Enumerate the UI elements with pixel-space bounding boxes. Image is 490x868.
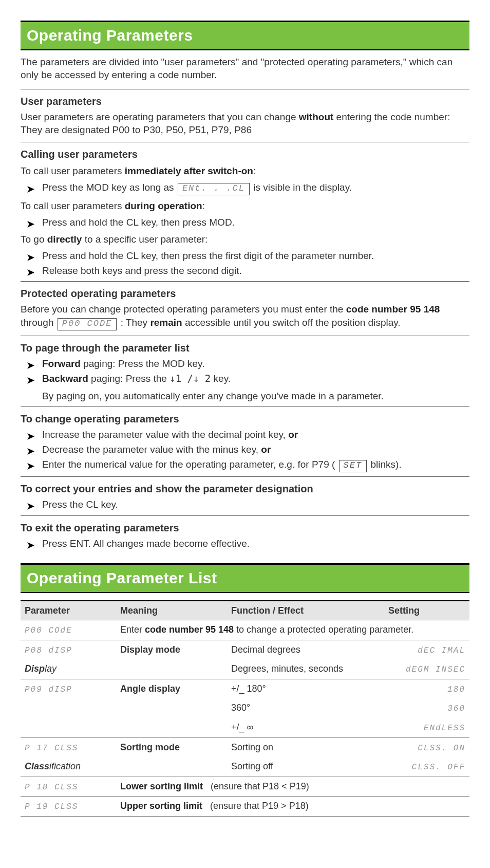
row-p19: P 19 CLSS Upper sorting limit (ensure th… xyxy=(21,797,469,817)
protected-b: through xyxy=(21,317,56,328)
change-or-2: or xyxy=(261,444,271,455)
calling-bullet-4: ➤ Release both keys and press the second… xyxy=(21,264,469,278)
p09-r2-f: 360° xyxy=(227,698,384,718)
rule-under-header-2 xyxy=(21,592,469,593)
seg-p08-r2-s: dEGM INSEC xyxy=(406,665,465,674)
section-protected-body: Before you can change protected operatin… xyxy=(21,303,469,330)
bullet-arrow-icon: ➤ xyxy=(27,500,34,512)
lcd-set: SET xyxy=(339,460,367,472)
seg-p00: P00 COdE xyxy=(25,626,72,635)
rule-under-header xyxy=(21,49,469,50)
calling-bullet-1: ➤ Press the MOD key as long as ENt. . .C… xyxy=(21,181,469,195)
calling-bullet-3: ➤ Press and hold the CL key, then press … xyxy=(21,249,469,263)
divider xyxy=(21,407,469,407)
p00-a: Enter xyxy=(120,624,145,635)
row-p00: P00 COdE Enter code number 95 148 to cha… xyxy=(21,620,469,640)
seg-p17-r1-s: CLSS. ON xyxy=(418,744,465,753)
row-p09-2: 360° 360 xyxy=(21,698,469,718)
calling-b4: Release both keys and press the second d… xyxy=(42,265,242,276)
p17-sub-b: Class xyxy=(25,761,49,771)
calling-line3: To go directly to a specific user parame… xyxy=(21,233,469,246)
calling-b1-a: Press the MOD key as long as xyxy=(42,182,177,193)
row-p09-3: +/_ ∞ ENdLESS xyxy=(21,718,469,737)
key-down-1-2: ↓1 /↓ 2 xyxy=(169,373,211,384)
divider xyxy=(21,281,469,282)
p00-b: code number 95 148 xyxy=(145,624,234,635)
section-protected-title: Protected operating parameters xyxy=(21,287,469,301)
p08-sub-i: lay xyxy=(45,663,56,674)
calling-line3-b: directly xyxy=(47,234,82,245)
th-parameter: Parameter xyxy=(21,601,116,620)
divider xyxy=(21,142,469,142)
page: Operating Parameters The parameters are … xyxy=(0,0,490,847)
change-b1-a: Increase the parameter value with the de… xyxy=(42,429,288,440)
p08-meaning: Display mode xyxy=(116,640,227,659)
change-or-1: or xyxy=(288,429,298,440)
section-exit-title: To exit the operating parameters xyxy=(21,521,469,535)
bullet-arrow-icon: ➤ xyxy=(27,266,34,279)
row-p09-1: P09 dISP Angle display +/_ 180° 180 xyxy=(21,679,469,698)
p08-sub-b: Disp xyxy=(25,663,45,674)
row-p18: P 18 CLSS Lower sorting limit (ensure th… xyxy=(21,777,469,797)
row-p08-2: Display Degrees, minutes, seconds dEGM I… xyxy=(21,659,469,679)
p18-f: (ensure that P18 < P19) xyxy=(211,781,309,791)
calling-bullet-2: ➤ Press and hold the CL key, then press … xyxy=(21,216,469,229)
bullet-arrow-icon: ➤ xyxy=(27,359,34,372)
divider xyxy=(21,336,469,336)
seg-p08-r1-s: dEC IMAL xyxy=(418,646,465,655)
user-params-without: without xyxy=(299,112,334,122)
row-p17-2: Classification Sorting off CLSS. OFF xyxy=(21,757,469,777)
calling-line2: To call user parameters during operation… xyxy=(21,199,469,213)
correct-b1-t: Press the CL key. xyxy=(42,499,118,510)
paging-bwd-tb: key. xyxy=(211,373,231,384)
p17-sub-i: ification xyxy=(49,761,81,771)
paging-bwd-ta: paging: Press the xyxy=(88,373,169,384)
calling-b3: Press and hold the CL key, then press th… xyxy=(42,250,374,261)
bullet-arrow-icon: ➤ xyxy=(27,183,34,195)
p19-f: (ensure that P19 > P18) xyxy=(210,801,309,811)
correct-b1: ➤ Press the CL key. xyxy=(21,498,469,511)
paging-bwd: ➤ Backward paging: Press the ↓1 /↓ 2 key… xyxy=(21,372,469,385)
paging-fwd-t: paging: Press the MOD key. xyxy=(81,358,204,369)
bullet-arrow-icon: ➤ xyxy=(27,374,34,386)
calling-b1-b: is visible in the display. xyxy=(251,182,352,193)
p17-meaning: Sorting mode xyxy=(116,737,227,757)
th-meaning: Meaning xyxy=(116,601,227,620)
p17-r2-f: Sorting off xyxy=(227,757,384,777)
p09-r1-f: +/_ 180° xyxy=(227,679,384,698)
paging-fwd: ➤ Forward paging: Press the MOD key. xyxy=(21,357,469,371)
seg-p17: P 17 CLSS xyxy=(25,744,78,753)
change-b3-a: Enter the numerical value for the operat… xyxy=(42,459,338,470)
protected-d: accessible until you switch off the posi… xyxy=(182,317,401,328)
th-function: Function / Effect xyxy=(227,601,384,620)
exit-b1: ➤ Press ENT. All changes made become eff… xyxy=(21,537,469,550)
bullet-arrow-icon: ➤ xyxy=(27,445,34,457)
user-params-body-a: User parameters are operating parameters… xyxy=(21,112,299,122)
divider xyxy=(21,89,469,89)
protected-c: : They xyxy=(118,317,150,328)
p09-meaning: Angle display xyxy=(116,679,227,698)
change-b2: ➤ Decrease the parameter value with the … xyxy=(21,443,469,456)
lcd-ent-cl: ENt. . .CL xyxy=(178,183,250,195)
paging-follow: By paging on, you automatically enter an… xyxy=(21,390,469,403)
change-b3-b: blinks). xyxy=(368,459,401,470)
calling-line3-a: To go xyxy=(21,234,47,245)
calling-line2-b: during operation xyxy=(125,200,202,211)
heading-parameter-list: Operating Parameter List xyxy=(21,565,469,592)
exit-b1-t: Press ENT. All changes made become effec… xyxy=(42,538,250,549)
bullet-arrow-icon: ➤ xyxy=(27,430,34,442)
change-b2-a: Decrease the parameter value with the mi… xyxy=(42,444,261,455)
lcd-p00-code: P00 CODE xyxy=(58,318,117,330)
protected-remain: remain xyxy=(150,317,182,328)
p08-r2-f: Degrees, minutes, seconds xyxy=(227,659,384,679)
p17-r1-f: Sorting on xyxy=(227,737,384,757)
intro-text: The parameters are divided into "user pa… xyxy=(21,56,469,82)
seg-p09-r2-s: 360 xyxy=(447,704,465,713)
divider xyxy=(21,515,469,516)
bullet-arrow-icon: ➤ xyxy=(27,539,34,551)
calling-line1: To call user parameters immediately afte… xyxy=(21,164,469,178)
calling-b2: Press and hold the CL key, then press MO… xyxy=(42,217,235,228)
row-p08-1: P08 dISP Display mode Decimal degrees dE… xyxy=(21,640,469,659)
seg-p08: P08 dISP xyxy=(25,646,72,655)
seg-p09-r3-s: ENdLESS xyxy=(424,724,465,733)
